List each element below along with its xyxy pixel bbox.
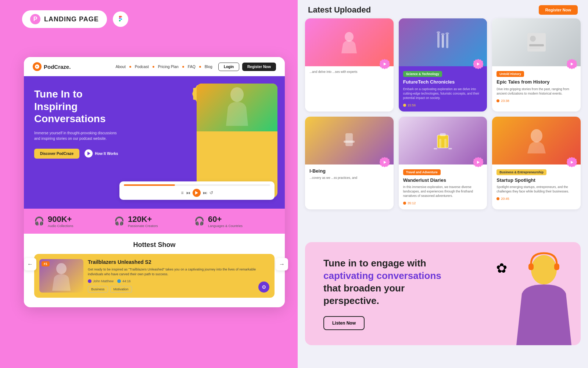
svg-point-28 [531, 129, 542, 142]
nav-pricing[interactable]: Pricing Plan [158, 64, 179, 69]
svg-rect-10 [437, 33, 440, 48]
cta-highlight: captivating conversations [323, 270, 441, 281]
svg-point-29 [531, 255, 557, 284]
landing-page-text: LANDING PAGE [44, 15, 99, 23]
nav-podcast[interactable]: Podcast [135, 64, 149, 69]
nav-faq[interactable]: FAQ [188, 64, 196, 69]
nav-dot4 [199, 66, 201, 68]
login-button[interactable]: Login [218, 63, 239, 71]
svg-rect-11 [442, 35, 444, 48]
how-it-works-label: How It Works [95, 152, 118, 156]
dur-value-futuretech: 15:56 [408, 103, 416, 107]
nav-buttons: Login Register Now [218, 63, 276, 71]
cards-grid-row2: l-Being ...covery as we ...ss practices,… [298, 117, 588, 215]
podcast-card-hidden1: ...and delve into ...ses with experts [305, 18, 394, 112]
stat-languages: 🎧 60+ Languages & Countries [194, 215, 275, 228]
player-bar: ≡ ⏮ ⏭ ↺ [119, 181, 275, 200]
play-icon-5 [477, 161, 480, 164]
player-list-icon[interactable]: ≡ [181, 190, 183, 195]
nav-logo-icon [33, 62, 42, 71]
register-now-button[interactable]: Register Now [539, 5, 578, 15]
nav-about[interactable]: About [115, 64, 125, 69]
hottest-tags: Business Motivation [88, 286, 269, 293]
card-duration-travel: 35:12 [403, 201, 483, 205]
gear-button[interactable]: ⚙ [258, 282, 269, 293]
svg-rect-30 [528, 263, 534, 270]
card-category-travel: Travel and Adventure [403, 169, 441, 175]
nav-blog[interactable]: Blog [205, 64, 212, 69]
svg-rect-24 [434, 148, 437, 149]
player-play-button[interactable] [193, 189, 201, 197]
dur-value-history: 23:38 [501, 99, 509, 103]
stat-info-audio: 900K+ Audio Collections [48, 215, 74, 228]
tag-business: Business [88, 286, 108, 293]
play-icon-2 [477, 63, 480, 66]
nav-dot3 [182, 66, 184, 68]
hero-image [197, 84, 277, 198]
headphone-icon3: 🎧 [194, 216, 204, 226]
card-desc-startup: Spotlight emerging startups, entrepreneu… [496, 185, 576, 194]
card-title-history: Epic Tales from History [496, 79, 576, 85]
author-name: John Matthew [93, 279, 114, 283]
dur-dot-startup [496, 197, 499, 200]
hottest-show-image: #1 [39, 259, 83, 293]
play-circle-icon [85, 149, 93, 158]
cta-line1: Tune in to engage with [323, 258, 426, 269]
player-controls: ≡ ⏮ ⏭ ↺ [124, 189, 270, 197]
svg-point-17 [530, 36, 536, 42]
card-category-business: Business & Entrepreneurship [496, 169, 546, 175]
card-category-science: Science & Technology [403, 71, 442, 77]
hottest-card: #1 Trailblazers Unleashed S2 Get ready t… [34, 254, 275, 298]
landing-page-badge: P LANDING PAGE [22, 10, 107, 28]
nav-logo-text: PodCraze. [44, 64, 71, 70]
stat-info-creators: 120K+ Passionate Creators [128, 215, 158, 228]
how-it-works-button[interactable]: How It Works [85, 149, 118, 158]
lp-icon: P [30, 14, 40, 24]
svg-rect-21 [344, 141, 355, 143]
card-img-startup [492, 117, 581, 164]
svg-point-6 [56, 263, 67, 274]
card-duration-startup: 20:45 [496, 197, 576, 201]
podcast-card-hidden2: l-Being ...covery as we ...ss practices,… [305, 117, 394, 210]
hottest-meta: John Matthew 44:16 [88, 279, 269, 283]
hero-title: Tune In to Inspiring Conversations [34, 88, 122, 125]
card-desc-futuretech: Embark on a captivating exploration as w… [403, 87, 483, 100]
nav-arrow-left[interactable]: ← [24, 258, 36, 270]
card-desc-history: Dive into gripping stories from the past… [496, 87, 576, 96]
nav-arrow-right[interactable]: → [276, 258, 288, 270]
nav-dot2 [153, 66, 154, 68]
hero-person-image [197, 84, 277, 131]
card-body-hidden1: ...and delve into ...ses with experts [305, 66, 394, 82]
svg-rect-22 [437, 135, 448, 148]
card-title-startup: Startup Spotlight [496, 177, 576, 184]
hottest-show-desc: Get ready to be inspired as "Trailblazer… [88, 267, 269, 276]
tag-motivation: Motivation [110, 286, 132, 293]
stat-number-languages: 60+ [208, 215, 243, 224]
hero-subtitle: Immerse yourself in thought-provoking di… [34, 130, 119, 141]
player-prev-icon[interactable]: ⏮ [186, 190, 190, 195]
top-label-area: P LANDING PAGE [22, 10, 128, 28]
cta-title: Tune in to engage with captivating conve… [323, 257, 448, 307]
play-triangle-icon [87, 152, 90, 155]
card-duration-futuretech: 15:56 [403, 103, 483, 107]
register-button[interactable]: Register Now [242, 63, 276, 71]
player-repeat-icon[interactable]: ↺ [209, 190, 213, 195]
dur-dot-history [496, 99, 499, 102]
card-desc-travel: In this immersive exploration, we traver… [403, 185, 483, 198]
podcast-card-travel: Travel and Adventure Wanderlust Diaries … [399, 117, 487, 210]
latest-title: Latest Uploaded [308, 5, 371, 15]
player-next-icon[interactable]: ⏭ [203, 190, 207, 195]
card-img-science [399, 18, 487, 66]
svg-point-14 [441, 33, 445, 35]
cta-card: ✿ Tune in to engage with captivating con… [305, 242, 581, 345]
hottest-show-title: Trailblazers Unleashed S2 [88, 259, 269, 265]
svg-rect-27 [444, 139, 447, 148]
play-icon-1 [384, 63, 386, 66]
play-icon-3 [571, 63, 573, 66]
nav-links: About Podcast Pricing Plan FAQ Blog [115, 64, 212, 69]
listen-now-button[interactable]: Listen Now [323, 316, 365, 330]
svg-rect-20 [345, 133, 353, 146]
discover-button[interactable]: Discover PodCraze [34, 149, 79, 159]
card-body-history: Untold History Epic Tales from History D… [492, 66, 581, 107]
card-body-futuretech: Science & Technology FutureTech Chronicl… [399, 66, 487, 112]
